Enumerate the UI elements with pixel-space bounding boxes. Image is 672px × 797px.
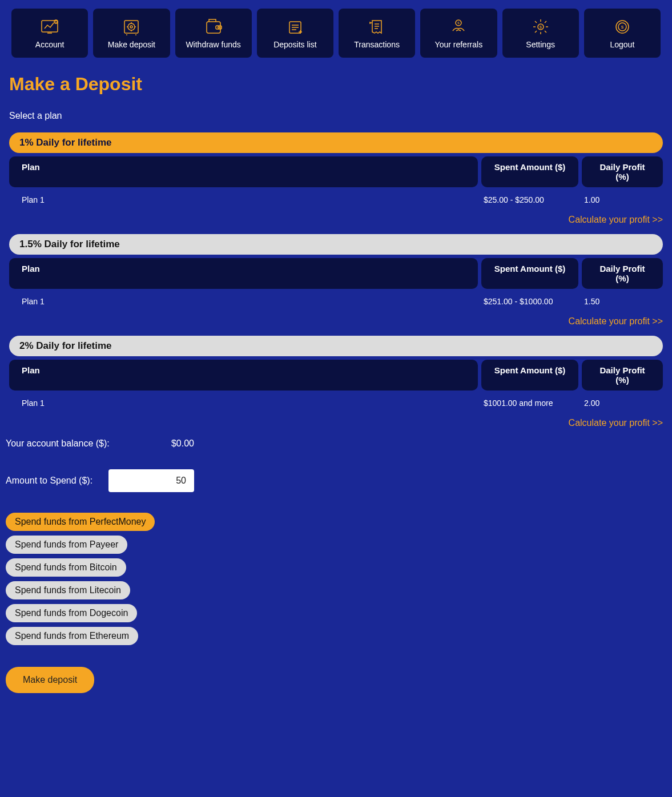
svg-text:$: $ [458,21,460,25]
td-profit: 1.00 [582,193,663,207]
handshake-icon: $ [448,18,469,35]
fund-source-dogecoin[interactable]: Spend funds from Dogecoin [6,604,137,622]
th-plan: Plan [9,258,478,289]
nav-deposits-list[interactable]: Deposits list [257,9,333,58]
td-profit: 1.50 [582,295,663,308]
th-plan: Plan [9,156,478,187]
nav-label: Make deposit [108,40,155,49]
plan-row: Plan 1 $25.00 - $250.00 1.00 [9,191,663,209]
plan-row: Plan 1 $251.00 - $1000.00 1.50 [9,292,663,311]
amount-label: Amount to Spend ($): [6,476,108,486]
nav-settings[interactable]: $ Settings [502,9,579,58]
page-title: Make a Deposit [9,74,666,95]
nav-label: Logout [610,40,634,49]
td-profit: 2.00 [582,396,663,410]
td-spent: $251.00 - $1000.00 [481,295,578,308]
receipt-icon [367,18,387,35]
th-spent: Spent Amount ($) [481,360,578,391]
td-plan-name: Plan 1 [9,193,478,207]
fund-source-payeer[interactable]: Spend funds from Payeer [6,536,127,554]
money-list-icon [285,18,305,35]
svg-rect-6 [207,22,220,33]
plan-block-2: 1.5% Daily for lifetime Plan Spent Amoun… [9,234,663,311]
calculate-profit-link[interactable]: Calculate your profit >> [6,418,663,428]
svg-text:$: $ [55,20,57,23]
nav-withdraw[interactable]: Withdraw funds [175,9,252,58]
fund-source-perfectmoney[interactable]: Spend funds from PerfectMoney [6,513,155,531]
plan-block-1: 1% Daily for lifetime Plan Spent Amount … [9,132,663,209]
plan-header[interactable]: 1.5% Daily for lifetime [9,234,663,255]
th-spent: Spent Amount ($) [481,156,578,187]
plan-header[interactable]: 1% Daily for lifetime [9,132,663,153]
balance-value: $0.00 [166,438,194,449]
svg-point-5 [130,26,132,28]
plan-table-header: Plan Spent Amount ($) Daily Profit (%) [9,258,663,289]
nav-label: Withdraw funds [186,40,240,49]
safe-icon [121,18,142,35]
gear-dollar-icon: $ [530,18,551,35]
calculate-profit-link[interactable]: Calculate your profit >> [6,316,663,327]
svg-point-4 [128,23,135,30]
nav-label: Your referrals [435,40,483,49]
th-profit: Daily Profit (%) [582,360,663,391]
fund-source-list: Spend funds from PerfectMoney Spend fund… [6,513,666,645]
nav-account[interactable]: $ Account [11,9,88,58]
nav-label: Deposits list [273,40,316,49]
td-spent: $25.00 - $250.00 [481,193,578,207]
td-spent: $1001.00 and more [481,396,578,410]
fund-source-bitcoin[interactable]: Spend funds from Bitcoin [6,558,126,577]
svg-text:$: $ [621,25,624,30]
th-spent: Spent Amount ($) [481,258,578,289]
svg-text:$: $ [540,25,542,29]
plan-header[interactable]: 2% Daily for lifetime [9,336,663,356]
nav-label: Account [35,40,65,49]
top-nav: $ Account Make deposit Withdraw funds De… [6,6,666,63]
nav-label: Transactions [354,40,400,49]
balance-label: Your account balance ($): [6,438,166,449]
calculate-profit-link[interactable]: Calculate your profit >> [6,215,663,225]
td-plan-name: Plan 1 [9,295,478,308]
nav-logout[interactable]: $ Logout [584,9,661,58]
th-profit: Daily Profit (%) [582,258,663,289]
plan-table-header: Plan Spent Amount ($) Daily Profit (%) [9,156,663,187]
nav-transactions[interactable]: Transactions [339,9,415,58]
fund-source-ethereum[interactable]: Spend funds from Ethereum [6,627,138,645]
td-plan-name: Plan 1 [9,396,478,410]
balance-row: Your account balance ($): $0.00 [6,438,666,449]
select-plan-label: Select a plan [9,111,666,121]
amount-input[interactable] [108,469,194,492]
fund-source-litecoin[interactable]: Spend funds from Litecoin [6,581,130,599]
make-deposit-button[interactable]: Make deposit [6,667,94,693]
nav-referrals[interactable]: $ Your referrals [420,9,497,58]
amount-row: Amount to Spend ($): [6,469,666,492]
wallet-icon [203,18,224,35]
plan-table-header: Plan Spent Amount ($) Daily Profit (%) [9,360,663,391]
plan-block-3: 2% Daily for lifetime Plan Spent Amount … [9,336,663,412]
nav-make-deposit[interactable]: Make deposit [93,9,170,58]
th-profit: Daily Profit (%) [582,156,663,187]
th-plan: Plan [9,360,478,391]
nav-label: Settings [526,40,555,49]
chart-user-icon: $ [39,18,60,35]
plan-row: Plan 1 $1001.00 and more 2.00 [9,394,663,412]
coin-target-icon: $ [612,18,633,35]
svg-point-8 [218,27,219,29]
